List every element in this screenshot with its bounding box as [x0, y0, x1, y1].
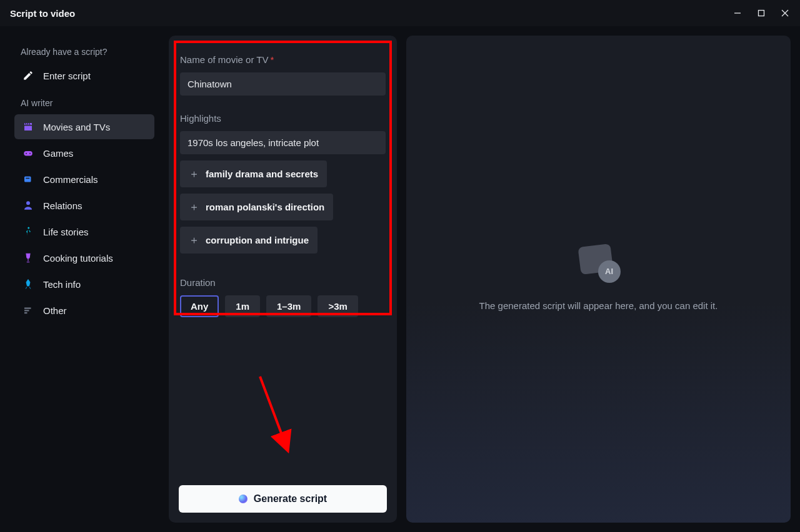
plus-icon: ＋: [189, 200, 199, 214]
plus-icon: ＋: [189, 167, 199, 181]
highlights-input[interactable]: [180, 131, 386, 154]
tag-suggestion[interactable]: ＋ corruption and intrigue: [180, 227, 318, 254]
svg-point-5: [26, 153, 27, 154]
ai-badge: AI: [598, 260, 621, 283]
list-icon: [22, 304, 34, 317]
script-placeholder-icon: AI: [579, 245, 618, 282]
sidebar-item-label: Tech info: [43, 279, 81, 290]
walking-icon: [22, 225, 34, 238]
duration-option-any[interactable]: Any: [180, 295, 219, 317]
maximize-button[interactable]: [756, 8, 766, 18]
person-icon: [22, 199, 34, 212]
rocket-icon: [22, 278, 34, 290]
sidebar-item-commercials[interactable]: Commercials: [14, 167, 154, 192]
minimize-button[interactable]: [732, 8, 742, 18]
svg-point-10: [28, 227, 29, 229]
preview-panel: AI The generated script will appear here…: [406, 36, 791, 523]
svg-rect-13: [24, 312, 28, 313]
sidebar-item-other[interactable]: Other: [14, 298, 154, 323]
sidebar: Already have a script? Enter script AI w…: [9, 36, 159, 523]
highlights-label: Highlights: [180, 113, 386, 124]
window-controls: [732, 8, 790, 18]
preview-placeholder-text: The generated script will appear here, a…: [479, 299, 718, 313]
sidebar-item-life-stories[interactable]: Life stories: [14, 219, 154, 244]
sidebar-heading-script: Already have a script?: [14, 47, 154, 57]
svg-rect-7: [24, 177, 31, 182]
name-label: Name of movie or TV*: [180, 54, 386, 65]
svg-rect-1: [759, 11, 764, 16]
sidebar-item-games[interactable]: Games: [14, 140, 154, 165]
close-button[interactable]: [780, 8, 790, 18]
plus-icon: ＋: [189, 233, 199, 247]
clapperboard-icon: [22, 121, 34, 133]
generate-script-button[interactable]: Generate script: [179, 485, 387, 513]
sidebar-item-label: Other: [43, 305, 67, 316]
sidebar-heading-ai: AI writer: [14, 98, 154, 108]
sidebar-item-movies-tv[interactable]: Movies and TVs: [14, 114, 154, 139]
form-panel: Name of movie or TV* Highlights ＋ family…: [169, 36, 397, 523]
sidebar-item-label: Games: [43, 148, 73, 159]
sidebar-item-label: Relations: [43, 200, 82, 211]
duration-option-gt3m[interactable]: >3m: [318, 295, 358, 317]
titlebar: Script to video: [0, 0, 800, 26]
tag-suggestion[interactable]: ＋ family drama and secrets: [180, 160, 327, 187]
duration-option-1m[interactable]: 1m: [225, 295, 260, 317]
svg-rect-12: [24, 310, 29, 311]
svg-point-6: [29, 153, 31, 154]
sidebar-item-label: Life stories: [43, 227, 89, 237]
duration-option-1-3m[interactable]: 1–3m: [266, 295, 311, 317]
window-title: Script to video: [10, 8, 75, 19]
svg-point-9: [26, 201, 30, 205]
tag-suggestion[interactable]: ＋ roman polanski's direction: [180, 194, 333, 220]
svg-rect-4: [24, 151, 32, 156]
generate-button-label: Generate script: [254, 493, 327, 505]
wineglass-icon: [22, 252, 34, 264]
sidebar-item-relations[interactable]: Relations: [14, 193, 154, 218]
sidebar-item-enter-script[interactable]: Enter script: [14, 63, 154, 88]
megaphone-icon: [22, 173, 34, 185]
ai-orb-icon: [239, 495, 248, 503]
tag-label: family drama and secrets: [206, 169, 318, 179]
pencil-icon: [22, 69, 34, 82]
duration-label: Duration: [180, 277, 386, 288]
name-input[interactable]: [180, 72, 386, 96]
svg-rect-8: [26, 178, 29, 179]
required-asterisk: *: [270, 54, 274, 65]
sidebar-item-label: Cooking tutorials: [43, 253, 113, 264]
sidebar-item-tech-info[interactable]: Tech info: [14, 272, 154, 297]
sidebar-item-cooking[interactable]: Cooking tutorials: [14, 245, 154, 270]
tag-label: corruption and intrigue: [206, 235, 309, 245]
tag-label: roman polanski's direction: [206, 202, 324, 212]
sidebar-item-label: Commercials: [43, 174, 98, 185]
sidebar-item-label: Movies and TVs: [43, 122, 110, 132]
gamepad-icon: [22, 147, 34, 159]
sidebar-item-label: Enter script: [43, 71, 91, 81]
svg-rect-11: [24, 308, 31, 309]
